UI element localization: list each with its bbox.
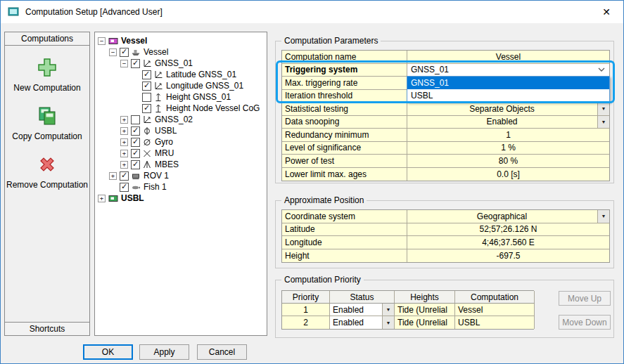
dropdown-arrow-icon[interactable]: ▼ xyxy=(382,304,394,316)
collapse-icon[interactable] xyxy=(109,48,117,56)
latitude-field[interactable]: 52;57;26.126 N xyxy=(407,223,609,237)
expand-icon[interactable] xyxy=(98,195,106,202)
tree-node-label: Height GNSS_01 xyxy=(166,92,231,102)
close-icon[interactable]: ✕ xyxy=(597,6,616,18)
dropdown-arrow-icon[interactable]: ▼ xyxy=(597,210,609,223)
checkbox[interactable] xyxy=(131,160,140,169)
title-bar: Computation Setup [Advanced User] ✕ xyxy=(1,1,623,23)
tree-node-label: USBL xyxy=(121,193,144,203)
checkbox[interactable] xyxy=(120,171,129,181)
tree-node-vessel[interactable]: Vessel xyxy=(95,46,267,58)
computation-setup-dialog: Computation Setup [Advanced User] ✕ Comp… xyxy=(0,0,624,364)
collapse-icon[interactable] xyxy=(120,60,128,67)
triggering-system-combo[interactable]: GNSS_01 xyxy=(407,64,609,77)
tree-node-usbl[interactable]: USBL xyxy=(95,125,267,136)
remove-computation-icon xyxy=(37,154,58,175)
longitude-field[interactable]: 4;46;37.560 E xyxy=(407,236,609,249)
tool-label: Remove Computation xyxy=(6,180,88,190)
data-snooping-combo[interactable]: Enabled ▼ xyxy=(407,116,609,129)
rov-icon xyxy=(131,171,141,181)
tree-node-fish-1[interactable]: Fish 1 xyxy=(95,181,267,193)
toolbox-header[interactable]: Computations xyxy=(5,32,89,46)
tree-node-gnss-02[interactable]: GNSS_02 xyxy=(95,114,267,125)
dropdown-arrow-icon[interactable]: ▼ xyxy=(597,116,609,129)
column-header: Status xyxy=(330,291,395,304)
checkbox[interactable] xyxy=(131,126,140,136)
checkbox[interactable] xyxy=(142,82,151,91)
tree-node-mru[interactable]: MRU xyxy=(95,148,267,159)
tree-node-gyro[interactable]: Gyro xyxy=(95,136,267,148)
group-title: Computation Priority xyxy=(281,275,364,285)
apply-button[interactable]: Apply xyxy=(139,344,189,360)
lower-limit-max-ages-field[interactable]: 0.0 [s] xyxy=(407,168,609,181)
computation-icon xyxy=(108,194,118,203)
level-of-significance-field[interactable]: 1 % xyxy=(407,142,609,155)
chevron-down-icon xyxy=(598,67,605,72)
heights-cell[interactable]: Tide (Unrelial xyxy=(395,304,455,316)
mbes-icon xyxy=(142,160,152,169)
tree-node-usbl-root[interactable]: USBL xyxy=(95,193,267,204)
tree-node-height-gnss-01[interactable]: Height GNSS_01 xyxy=(95,91,267,103)
param-label: Triggering system xyxy=(282,64,407,77)
tree-node-latitude-gnss-01[interactable]: Latitude GNSS_01 xyxy=(95,69,267,80)
expand-icon[interactable] xyxy=(120,138,128,146)
ok-button[interactable]: OK xyxy=(83,344,133,360)
tree-node-label: MBES xyxy=(155,160,179,169)
expand-icon[interactable] xyxy=(120,150,128,157)
checkbox[interactable] xyxy=(131,138,140,147)
group-title: Approximate Position xyxy=(281,195,367,205)
tree-node-vessel-root[interactable]: Vessel xyxy=(95,35,267,46)
checkbox[interactable] xyxy=(131,149,140,158)
window-title: Computation Setup [Advanced User] xyxy=(25,7,597,17)
computation-name-field[interactable]: Vessel xyxy=(407,51,609,64)
param-value: 80 % xyxy=(499,156,518,166)
coordinate-system-combo[interactable]: Geographical ▼ xyxy=(407,210,609,223)
dropdown-option-gnss-01[interactable]: GNSS_01 xyxy=(407,77,609,89)
dropdown-option-usbl[interactable]: USBL xyxy=(407,89,609,102)
move-down-button[interactable]: Move Down xyxy=(559,315,611,330)
redundancy-minimum-field[interactable]: 1 xyxy=(407,129,609,142)
expand-icon[interactable] xyxy=(120,116,128,124)
column-header: Computation xyxy=(455,291,535,304)
tree-node-height-node-vessel-cog[interactable]: Height Node Vessel CoG xyxy=(95,103,267,114)
tree-node-rov-1[interactable]: ROV 1 xyxy=(95,170,267,181)
param-label: Power of test xyxy=(282,155,407,168)
power-of-test-field[interactable]: 80 % xyxy=(407,155,609,168)
checkbox[interactable] xyxy=(131,115,140,124)
combo-value: Separate Objects xyxy=(469,104,535,114)
tree-node-gnss-01[interactable]: GNSS_01 xyxy=(95,58,267,69)
cancel-button[interactable]: Cancel xyxy=(197,344,247,360)
computation-cell: USBL xyxy=(455,316,535,329)
vessel-icon xyxy=(131,48,141,57)
shortcuts-header[interactable]: Shortcuts xyxy=(5,322,89,335)
statistical-testing-combo[interactable]: Separate Objects ▼ xyxy=(407,103,609,116)
tree-node-label: Latitude GNSS_01 xyxy=(166,70,236,79)
tree-node-mbes[interactable]: MBES xyxy=(95,159,267,170)
checkbox[interactable] xyxy=(142,70,151,79)
triggering-system-dropdown-list: GNSS_01 USBL xyxy=(407,76,610,103)
gyro-icon xyxy=(142,138,152,147)
column-header: Heights xyxy=(395,291,455,304)
combo-value: Geographical xyxy=(477,212,527,221)
remove-computation-button[interactable]: Remove Computation xyxy=(6,154,88,190)
dropdown-arrow-icon[interactable]: ▼ xyxy=(597,103,609,115)
checkbox[interactable] xyxy=(131,59,140,68)
copy-computation-button[interactable]: Copy Computation xyxy=(12,105,82,141)
expand-icon[interactable] xyxy=(120,127,128,135)
tree-node-longitude-gnss-01[interactable]: Longitude GNSS_01 xyxy=(95,80,267,91)
checkbox[interactable] xyxy=(120,183,129,192)
expand-icon[interactable] xyxy=(120,161,128,169)
height-field[interactable]: -697.5 xyxy=(407,249,609,263)
copy-computation-icon xyxy=(37,105,58,126)
new-computation-button[interactable]: New Computation xyxy=(13,57,80,93)
move-up-button[interactable]: Move Up xyxy=(559,291,611,306)
heights-cell[interactable]: Tide (Unrelial xyxy=(395,316,455,329)
checkbox[interactable] xyxy=(142,93,151,102)
expand-icon[interactable] xyxy=(109,172,117,180)
dropdown-arrow-icon[interactable]: ▼ xyxy=(382,316,394,329)
status-combo[interactable]: Enabled ▼ xyxy=(330,304,395,316)
collapse-icon[interactable] xyxy=(98,37,106,45)
checkbox[interactable] xyxy=(142,104,151,113)
status-combo[interactable]: Enabled ▼ xyxy=(330,316,395,329)
checkbox[interactable] xyxy=(120,48,129,57)
